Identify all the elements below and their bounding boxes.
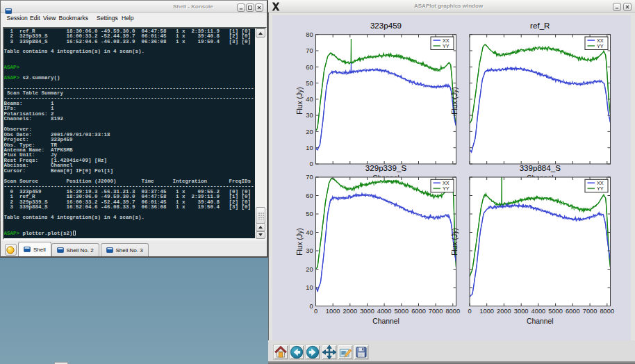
svg-text:60: 60 [306,192,313,199]
svg-text:30: 30 [306,247,313,254]
svg-text:Flux (Jy): Flux (Jy) [451,87,459,114]
svg-text:Channel: Channel [527,317,553,325]
svg-text:20: 20 [306,266,313,273]
svg-text:7000: 7000 [429,308,443,315]
svg-text:4000: 4000 [377,308,392,315]
svg-text:80: 80 [306,31,313,38]
svg-text:40: 40 [306,96,313,103]
svg-text:1000: 1000 [479,308,494,315]
svg-text:10: 10 [306,144,313,151]
svg-text:3000: 3000 [514,308,529,315]
svg-text:50: 50 [306,80,313,87]
svg-text:50: 50 [306,210,313,217]
svg-text:5000: 5000 [394,308,409,315]
svg-text:YY: YY [443,43,450,49]
svg-text:YY: YY [443,185,450,192]
svg-text:Channel: Channel [372,317,399,325]
svg-text:ref_R: ref_R [530,21,550,30]
svg-text:YY: YY [597,185,604,192]
svg-text:6000: 6000 [411,308,426,315]
svg-text:3000: 3000 [360,308,374,315]
svg-text:0: 0 [468,308,471,315]
svg-text:20: 20 [306,129,313,135]
svg-text:323p459: 323p459 [370,21,402,30]
svg-text:70: 70 [306,47,313,54]
svg-text:40: 40 [306,229,313,236]
svg-text:8000: 8000 [445,308,460,315]
svg-text:1000: 1000 [326,308,340,315]
svg-text:0: 0 [310,303,313,310]
svg-text:10: 10 [306,284,313,291]
svg-text:2000: 2000 [343,308,357,315]
svg-text:4000: 4000 [531,308,546,315]
svg-text:6000: 6000 [566,308,580,315]
svg-text:Flux (Jy): Flux (Jy) [451,228,459,255]
svg-text:YY: YY [597,43,604,49]
svg-text:8000: 8000 [600,308,614,315]
svg-text:60: 60 [306,64,313,71]
svg-text:329p339_S: 329p339_S [365,163,407,172]
svg-text:Flux (Jy): Flux (Jy) [296,228,304,255]
svg-text:30: 30 [306,112,313,119]
svg-text:Flux (Jy): Flux (Jy) [296,87,304,114]
svg-text:5000: 5000 [548,308,563,315]
svg-text:7000: 7000 [583,308,597,315]
svg-text:339p884_S: 339p884_S [520,163,561,172]
svg-text:2000: 2000 [497,308,511,315]
svg-text:70: 70 [306,174,313,181]
svg-text:0: 0 [314,308,318,315]
svg-text:0: 0 [310,160,313,167]
